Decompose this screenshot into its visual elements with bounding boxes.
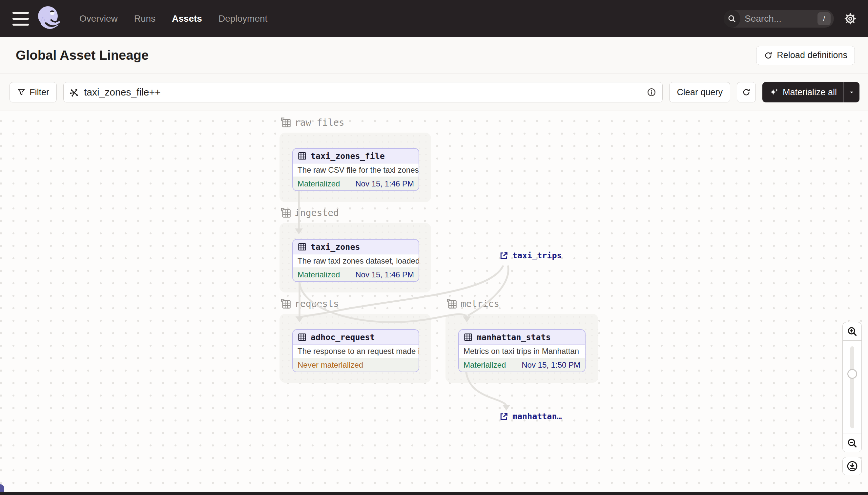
group-label-metrics[interactable]: metrics bbox=[446, 298, 499, 309]
group-label-raw-files[interactable]: raw_files bbox=[280, 117, 344, 128]
sparkle-icon bbox=[769, 88, 779, 97]
zoom-in-icon bbox=[847, 326, 858, 337]
funnel-icon bbox=[17, 88, 25, 97]
nav-tab-runs[interactable]: Runs bbox=[134, 14, 156, 24]
global-search[interactable]: / bbox=[724, 10, 834, 28]
materialization-timestamp[interactable]: Nov 15, 1:46 PM bbox=[355, 270, 414, 279]
asset-graph-icon bbox=[70, 87, 79, 97]
external-asset-manhattan[interactable]: manhattan… bbox=[499, 412, 562, 421]
asset-title: taxi_zones bbox=[311, 242, 360, 252]
external-asset-taxi-trips[interactable]: taxi_trips bbox=[499, 251, 562, 260]
status-badge: Materialized bbox=[463, 360, 506, 370]
asset-query-input[interactable] bbox=[83, 86, 643, 98]
status-badge: Materialized bbox=[298, 179, 340, 188]
settings-gear-icon[interactable] bbox=[844, 12, 857, 25]
materialize-all-button[interactable]: Materialize all bbox=[762, 82, 860, 102]
asset-title: taxi_zones_file bbox=[311, 151, 385, 161]
bottom-edge-bar bbox=[0, 492, 868, 495]
clear-query-button[interactable]: Clear query bbox=[669, 82, 730, 102]
primary-nav: Overview Runs Assets Deployment bbox=[79, 14, 267, 24]
asset-title: adhoc_request bbox=[311, 332, 375, 342]
table-group-icon bbox=[280, 207, 291, 218]
zoom-slider-thumb[interactable] bbox=[847, 369, 857, 379]
chevron-down-icon bbox=[848, 88, 855, 96]
filter-button[interactable]: Filter bbox=[10, 82, 57, 102]
refresh-graph-button[interactable] bbox=[737, 82, 756, 102]
asset-node-taxi-zones-file[interactable]: taxi_zones_file The raw CSV file for the… bbox=[292, 148, 419, 191]
hamburger-menu-icon[interactable] bbox=[13, 12, 29, 25]
zoom-slider[interactable] bbox=[843, 340, 862, 434]
search-icon bbox=[724, 10, 740, 28]
zoom-out-icon bbox=[847, 438, 858, 449]
refresh-icon bbox=[742, 88, 751, 97]
search-input[interactable] bbox=[740, 14, 817, 24]
zoom-slider-track bbox=[850, 346, 854, 428]
materialize-options-caret[interactable] bbox=[844, 82, 860, 102]
group-label-requests[interactable]: requests bbox=[280, 298, 339, 309]
materialization-timestamp[interactable]: Nov 15, 1:50 PM bbox=[521, 360, 580, 370]
info-icon[interactable] bbox=[646, 87, 656, 97]
table-icon bbox=[298, 332, 307, 342]
table-icon bbox=[298, 151, 307, 160]
asset-description: The raw taxi zones dataset, loaded int..… bbox=[293, 254, 419, 268]
table-group-icon bbox=[280, 117, 291, 128]
materialization-timestamp[interactable]: Nov 15, 1:46 PM bbox=[355, 179, 414, 188]
open-in-new-icon bbox=[499, 412, 509, 421]
page-header: Global Asset Lineage Reload definitions bbox=[0, 37, 868, 74]
zoom-in-button[interactable] bbox=[843, 322, 862, 341]
page-title: Global Asset Lineage bbox=[16, 48, 148, 63]
asset-description: Metrics on taxi trips in Manhattan bbox=[459, 345, 585, 358]
status-badge: Never materialized bbox=[298, 360, 363, 370]
nav-tab-deployment[interactable]: Deployment bbox=[218, 14, 267, 24]
status-badge: Materialized bbox=[298, 270, 340, 279]
download-icon bbox=[846, 460, 858, 472]
top-navbar: Overview Runs Assets Deployment / bbox=[0, 0, 868, 37]
lineage-edges bbox=[0, 111, 868, 495]
asset-node-manhattan-stats[interactable]: manhattan_stats Metrics on taxi trips in… bbox=[458, 329, 586, 372]
asset-title: manhattan_stats bbox=[477, 332, 551, 342]
asset-node-taxi-zones[interactable]: taxi_zones The raw taxi zones dataset, l… bbox=[292, 239, 419, 282]
search-shortcut-badge: / bbox=[817, 12, 831, 25]
asset-query-input-wrap bbox=[63, 82, 663, 102]
nav-tab-overview[interactable]: Overview bbox=[79, 14, 118, 24]
table-icon bbox=[298, 242, 307, 252]
dagster-logo[interactable] bbox=[33, 3, 65, 34]
download-image-button[interactable] bbox=[843, 457, 862, 475]
corner-fragment bbox=[0, 484, 4, 492]
asset-description: The raw CSV file for the taxi zones dat.… bbox=[293, 164, 419, 176]
lineage-toolbar: Filter Clear query bbox=[0, 74, 868, 111]
table-group-icon bbox=[280, 298, 291, 309]
group-label-ingested[interactable]: ingested bbox=[280, 207, 339, 218]
asset-node-adhoc-request[interactable]: adhoc_request The response to an request… bbox=[292, 329, 419, 372]
lineage-canvas[interactable]: raw_files ingested requests metrics bbox=[0, 111, 868, 495]
open-in-new-icon bbox=[499, 251, 509, 260]
reload-definitions-button[interactable]: Reload definitions bbox=[756, 46, 855, 65]
table-group-icon bbox=[446, 298, 457, 309]
refresh-icon bbox=[764, 51, 773, 60]
asset-description: The response to an request made in th... bbox=[293, 345, 419, 358]
nav-tab-assets[interactable]: Assets bbox=[172, 14, 202, 24]
zoom-out-button[interactable] bbox=[843, 433, 862, 452]
table-icon bbox=[463, 332, 473, 342]
